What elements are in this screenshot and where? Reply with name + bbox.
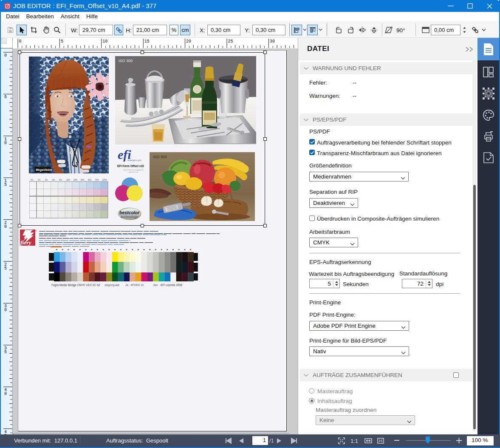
svg-text:Fogra Media Wedge CMYK V3.0 XC: Fogra Media Wedge CMYK V3.0 XC bZ [51,284,100,287]
svg-text:0: 0 [4,308,7,312]
svg-text:Je.: 4F0900 10: Je.: 4F0900 10 [125,284,144,286]
svg-text:Jien: Jien [153,284,158,286]
svg-text:5: 5 [4,266,7,271]
svg-text:sasjemjuaat: sasjemjuaat [105,284,119,287]
svg-text:0: 0 [4,391,7,396]
svg-text:5: 5 [4,350,7,354]
svg-text:1:1: 1:1 [350,438,358,444]
svg-text:EFI License 2008: EFI License 2008 [161,284,182,286]
